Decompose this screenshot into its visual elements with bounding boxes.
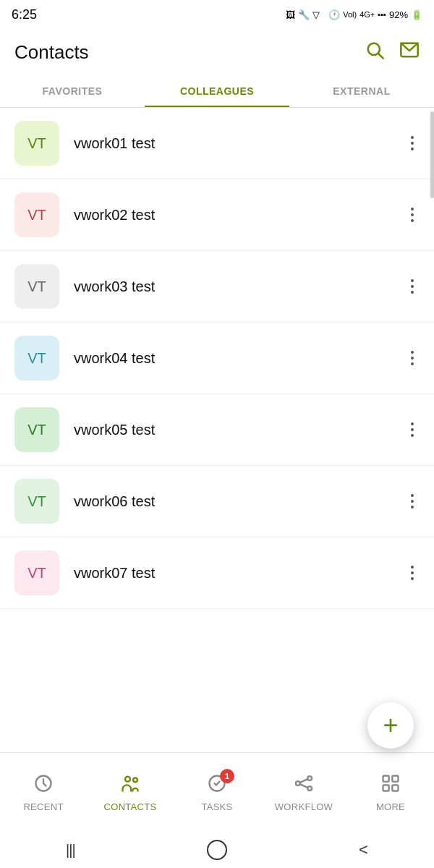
svg-rect-15 bbox=[392, 785, 398, 791]
battery-icon: 🔋 bbox=[411, 9, 422, 20]
svg-rect-14 bbox=[383, 785, 389, 791]
contact-item-7[interactable]: VT vwork07 test bbox=[0, 537, 434, 609]
nav-item-contacts[interactable]: CONTACTS bbox=[87, 766, 174, 820]
contact-item-5[interactable]: VT vwork05 test bbox=[0, 394, 434, 466]
header: Contacts bbox=[0, 29, 434, 75]
svg-line-1 bbox=[378, 54, 383, 58]
svg-point-4 bbox=[125, 776, 130, 781]
add-contact-button[interactable]: + bbox=[367, 702, 414, 749]
nav-label-tasks: TASKS bbox=[201, 801, 232, 812]
contact-item-1[interactable]: VT vwork01 test bbox=[0, 108, 434, 179]
svg-point-5 bbox=[133, 778, 137, 782]
nav-label-recent: RECENT bbox=[23, 801, 63, 812]
nav-item-tasks[interactable]: 1 TASKS bbox=[174, 766, 260, 820]
contact-list: VT vwork01 test VT vwork02 test VT vwork… bbox=[0, 108, 434, 749]
status-time: 6:25 bbox=[12, 7, 37, 22]
contact-item-3[interactable]: VT vwork03 test bbox=[0, 251, 434, 323]
tasks-badge: 1 bbox=[220, 769, 234, 783]
header-actions bbox=[365, 40, 420, 64]
gallery-icon: 🖼 bbox=[286, 9, 295, 20]
svg-point-9 bbox=[307, 786, 312, 791]
nav-label-contacts: CONTACTS bbox=[104, 801, 157, 812]
contact-name-1: vwork01 test bbox=[74, 135, 405, 152]
mail-icon[interactable] bbox=[399, 40, 420, 64]
signal-icon: ▪▪▪ bbox=[378, 10, 386, 19]
contact-more-4[interactable] bbox=[405, 345, 420, 371]
alarm-icon: 🕐 bbox=[328, 9, 340, 20]
contact-avatar-5: VT bbox=[14, 407, 59, 452]
contact-name-4: vwork04 test bbox=[74, 350, 405, 367]
svg-line-10 bbox=[300, 779, 308, 783]
contact-name-6: vwork06 test bbox=[74, 493, 405, 510]
contact-more-1[interactable] bbox=[405, 130, 420, 156]
contact-avatar-1: VT bbox=[14, 121, 59, 166]
contact-avatar-6: VT bbox=[14, 479, 59, 524]
vol-icon: Vol) bbox=[343, 10, 357, 19]
status-icons: 🖼 🔧 ▽ 🕐 Vol) 4G+ ▪▪▪ 92% 🔋 bbox=[286, 9, 422, 20]
contact-avatar-4: VT bbox=[14, 336, 59, 380]
nav-item-workflow[interactable]: WORKFLOW bbox=[260, 766, 347, 820]
svg-rect-12 bbox=[383, 775, 389, 781]
contact-name-5: vwork05 test bbox=[74, 422, 405, 438]
download-icon: ▽ bbox=[312, 9, 320, 20]
tab-favorites[interactable]: FAVORITES bbox=[0, 75, 145, 107]
tab-external[interactable]: EXTERNAL bbox=[289, 75, 434, 107]
status-bar: 6:25 🖼 🔧 ▽ 🕐 Vol) 4G+ ▪▪▪ 92% 🔋 bbox=[0, 0, 434, 29]
svg-rect-13 bbox=[392, 775, 398, 781]
contact-more-6[interactable] bbox=[405, 488, 420, 514]
page-title: Contacts bbox=[14, 41, 89, 64]
bottom-nav: RECENT CONTACTS 1 TASKS bbox=[0, 752, 434, 832]
network-icon: 4G+ bbox=[359, 10, 375, 19]
tab-bar: FAVORITES COLLEAGUES EXTERNAL bbox=[0, 75, 434, 108]
scroll-indicator bbox=[430, 111, 434, 198]
tasks-badge-wrap: 1 bbox=[207, 773, 227, 799]
contact-item-4[interactable]: VT vwork04 test bbox=[0, 323, 434, 394]
nav-label-workflow: WORKFLOW bbox=[275, 801, 333, 812]
contact-name-7: vwork07 test bbox=[74, 565, 405, 582]
svg-point-8 bbox=[307, 776, 312, 780]
battery-text: 92% bbox=[389, 9, 408, 20]
android-bar: ||| < bbox=[0, 832, 434, 868]
search-icon[interactable] bbox=[365, 40, 385, 64]
workflow-icon bbox=[293, 773, 315, 799]
contact-avatar-7: VT bbox=[14, 550, 59, 595]
android-home-btn[interactable] bbox=[207, 840, 227, 860]
contacts-icon bbox=[119, 773, 141, 799]
svg-point-7 bbox=[296, 781, 300, 786]
contact-more-3[interactable] bbox=[405, 273, 420, 299]
nav-label-more: MORE bbox=[376, 801, 405, 812]
contact-more-7[interactable] bbox=[405, 560, 420, 586]
tool-icon: 🔧 bbox=[298, 9, 310, 20]
contact-item-6[interactable]: VT vwork06 test bbox=[0, 466, 434, 537]
contact-more-5[interactable] bbox=[405, 417, 420, 443]
contact-avatar-2: VT bbox=[14, 192, 59, 237]
contact-name-3: vwork03 test bbox=[74, 278, 405, 295]
android-back-btn[interactable]: < bbox=[359, 841, 368, 859]
nav-item-more[interactable]: MORE bbox=[347, 766, 434, 820]
contact-avatar-3: VT bbox=[14, 264, 59, 309]
recent-icon bbox=[33, 773, 54, 799]
contact-more-2[interactable] bbox=[405, 202, 420, 228]
tab-colleagues[interactable]: COLLEAGUES bbox=[145, 75, 289, 107]
nav-item-recent[interactable]: RECENT bbox=[0, 766, 87, 820]
android-recent-btn[interactable]: ||| bbox=[66, 842, 75, 859]
contact-item-2[interactable]: VT vwork02 test bbox=[0, 179, 434, 251]
contact-name-2: vwork02 test bbox=[74, 207, 405, 224]
svg-line-11 bbox=[300, 784, 308, 788]
more-icon bbox=[380, 773, 401, 799]
